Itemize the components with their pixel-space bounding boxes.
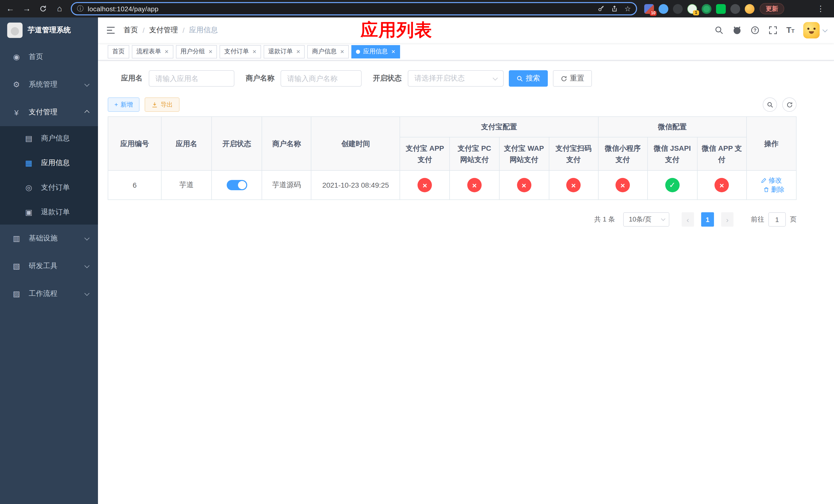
merchant-name-input[interactable] bbox=[281, 70, 361, 87]
add-button[interactable]: + 新增 bbox=[108, 97, 139, 112]
user-avatar[interactable] bbox=[803, 22, 820, 39]
next-page-button[interactable]: › bbox=[721, 212, 733, 227]
navbar-actions: ? TT bbox=[715, 22, 834, 39]
browser-menu-button[interactable]: ⋮ bbox=[813, 2, 828, 16]
cell-alipay-pc: × bbox=[450, 170, 499, 200]
close-icon[interactable]: × bbox=[253, 48, 256, 55]
refresh-icon bbox=[786, 101, 793, 108]
prev-page-button[interactable]: ‹ bbox=[682, 212, 694, 227]
status-indicator-icon: × bbox=[517, 178, 531, 192]
tab-user-group[interactable]: 用户分组× bbox=[176, 45, 217, 58]
refresh-table-button[interactable] bbox=[782, 97, 796, 112]
cell-app-name: 芋道 bbox=[161, 170, 212, 200]
reset-button[interactable]: 重置 bbox=[553, 70, 592, 87]
address-bar[interactable]: ⓘ localhost:1024/pay/app ☆ bbox=[71, 2, 637, 15]
page-number-1[interactable]: 1 bbox=[701, 212, 714, 227]
tab-label: 流程表单 bbox=[136, 47, 161, 56]
tab-label: 商户信息 bbox=[312, 47, 337, 56]
gear-icon: ⚙ bbox=[11, 80, 22, 89]
filter-form: 应用名 商户名称 开启状态 请选择开启状态 搜索 重置 bbox=[108, 70, 796, 87]
extension-icon-6[interactable] bbox=[716, 4, 726, 14]
chevron-up-icon bbox=[84, 110, 89, 115]
sidebar-item-infra[interactable]: ▥ 基础设施 bbox=[0, 225, 98, 252]
password-key-icon[interactable] bbox=[598, 5, 605, 12]
sidebar-item-home[interactable]: ◉ 首页 bbox=[0, 43, 98, 71]
status-toggle[interactable] bbox=[226, 180, 247, 190]
app-name-input[interactable] bbox=[149, 70, 235, 87]
font-size-icon[interactable]: TT bbox=[786, 26, 794, 35]
close-icon[interactable]: × bbox=[164, 48, 169, 55]
extension-icon-4[interactable]: 1 bbox=[687, 4, 697, 14]
app-name-label: 应用名 bbox=[108, 74, 149, 83]
sidebar-item-label: 商户信息 bbox=[41, 134, 70, 143]
extension-icon-5[interactable] bbox=[702, 4, 711, 14]
status-indicator-icon: ✓ bbox=[665, 178, 679, 192]
sidebar-item-label: 工作流程 bbox=[29, 289, 58, 298]
close-icon[interactable]: × bbox=[208, 48, 212, 55]
sidebar-item-merchant-info[interactable]: ▤ 商户信息 bbox=[0, 126, 98, 151]
update-button[interactable]: 更新 bbox=[760, 3, 784, 14]
extension-icon-2[interactable] bbox=[659, 4, 668, 14]
extension-icon-1[interactable]: 10 bbox=[644, 4, 654, 14]
pencil-icon bbox=[761, 177, 767, 184]
site-info-icon[interactable]: ⓘ bbox=[77, 4, 84, 13]
tab-refund-order[interactable]: 退款订单× bbox=[264, 45, 305, 58]
goto-page-input[interactable] bbox=[768, 212, 786, 227]
sidebar-item-label: 退款订单 bbox=[41, 208, 70, 217]
forward-button[interactable]: → bbox=[20, 2, 34, 16]
infrastructure-icon: ▥ bbox=[11, 234, 22, 243]
edit-button[interactable]: 修改 bbox=[761, 176, 782, 185]
github-icon[interactable] bbox=[732, 26, 742, 35]
sidebar-toggle-button[interactable] bbox=[98, 25, 124, 36]
extension-icon-7[interactable] bbox=[730, 4, 740, 14]
tab-merchant-info[interactable]: 商户信息× bbox=[307, 45, 349, 58]
close-icon[interactable]: × bbox=[297, 48, 300, 55]
user-menu[interactable] bbox=[803, 22, 827, 39]
search-icon[interactable] bbox=[715, 26, 724, 35]
sidebar-item-app-info[interactable]: ▦ 应用信息 bbox=[0, 151, 98, 175]
search-button[interactable]: 搜索 bbox=[509, 70, 548, 87]
tools-icon: ▧ bbox=[11, 261, 22, 271]
tab-label: 应用信息 bbox=[363, 47, 388, 56]
tab-app-info[interactable]: 应用信息× bbox=[351, 45, 400, 58]
sidebar-item-devtools[interactable]: ▧ 研发工具 bbox=[0, 252, 98, 280]
col-alipay-qr: 支付宝扫码支付 bbox=[549, 137, 598, 170]
help-icon[interactable]: ? bbox=[750, 26, 760, 35]
back-button[interactable]: ← bbox=[3, 2, 18, 16]
sidebar-item-system[interactable]: ⚙ 系统管理 bbox=[0, 71, 98, 98]
chevron-down-icon bbox=[822, 27, 828, 32]
status-indicator-icon: × bbox=[467, 178, 482, 192]
tab-label: 退款订单 bbox=[268, 47, 293, 56]
sidebar-item-refund-order[interactable]: ▣ 退款订单 bbox=[0, 200, 98, 225]
share-icon[interactable] bbox=[611, 5, 618, 12]
sidebar-item-pay-order[interactable]: ◎ 支付订单 bbox=[0, 175, 98, 200]
fullscreen-icon[interactable] bbox=[768, 26, 777, 35]
breadcrumb-payment[interactable]: 支付管理 bbox=[149, 26, 178, 35]
col-wechat-app: 微信 APP 支付 bbox=[697, 137, 747, 170]
breadcrumb-home[interactable]: 首页 bbox=[124, 26, 138, 35]
sidebar-item-workflow[interactable]: ▨ 工作流程 bbox=[0, 280, 98, 307]
extension-icon-8[interactable] bbox=[745, 4, 754, 14]
pagination: 共 1 条 10条/页 ‹ 1 › 前往 页 bbox=[108, 212, 796, 227]
tab-pay-order[interactable]: 支付订单× bbox=[220, 45, 261, 58]
extension-icon-3[interactable] bbox=[673, 4, 683, 14]
reload-button[interactable] bbox=[36, 2, 50, 16]
export-button[interactable]: 导出 bbox=[145, 97, 179, 112]
tab-home[interactable]: 首页 bbox=[108, 45, 129, 58]
delete-button[interactable]: 删除 bbox=[764, 185, 785, 194]
col-app-name: 应用名 bbox=[161, 117, 212, 170]
table-toolbar: + 新增 导出 bbox=[108, 97, 796, 112]
tab-process-form[interactable]: 流程表单× bbox=[132, 45, 173, 58]
top-navbar: 首页 / 支付管理 / 应用信息 应用列表 ? TT bbox=[98, 18, 834, 43]
cell-wechat-jsapi: ✓ bbox=[647, 170, 697, 200]
home-button[interactable]: ⌂ bbox=[52, 2, 67, 16]
reset-button-label: 重置 bbox=[570, 74, 584, 83]
sidebar-item-payment[interactable]: ¥ 支付管理 bbox=[0, 98, 98, 126]
status-select[interactable]: 请选择开启状态 bbox=[408, 70, 504, 87]
show-search-button[interactable] bbox=[763, 97, 777, 112]
close-icon[interactable]: × bbox=[340, 48, 344, 55]
bookmark-star-icon[interactable]: ☆ bbox=[624, 5, 631, 13]
close-icon[interactable]: × bbox=[391, 48, 395, 55]
page-size-select[interactable]: 10条/页 bbox=[623, 212, 670, 227]
export-button-label: 导出 bbox=[160, 100, 173, 109]
